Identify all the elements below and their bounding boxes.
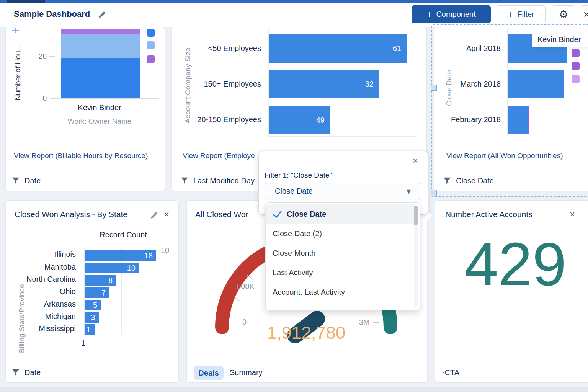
view-report-link[interactable]: View Report (Employe: [183, 152, 255, 160]
gear-icon: ⚙: [559, 8, 568, 21]
tooltip-text: Kevin Binder: [532, 33, 588, 44]
card-title: All Closed Wor: [195, 210, 248, 219]
footer-divider-vertical: [462, 364, 462, 382]
filter-field-select[interactable]: Close Date ▾: [265, 183, 420, 200]
card-title: Closed Won Analysis - By State: [15, 210, 127, 219]
add-filter-button[interactable]: + Filter: [497, 5, 546, 23]
top-progress-strip: [0, 0, 588, 3]
legend-swatch-lightblue[interactable]: [147, 41, 155, 49]
edit-card-pencil-icon[interactable]: [150, 211, 158, 219]
bar-value: 1: [85, 325, 92, 334]
x-axis-line: [50, 98, 159, 99]
x-max-tick: 10: [161, 246, 169, 255]
bar-value: 61: [383, 44, 401, 53]
dropdown-option-label: Close Date: [287, 210, 326, 219]
dropdown-option-label: Account: Last Activity: [273, 288, 345, 297]
gauge-value: 1,912,780: [245, 322, 368, 343]
tick-dash: [373, 322, 379, 323]
dropdown-option-label: Last Activity: [273, 268, 313, 277]
tick-dash: [49, 56, 55, 57]
hbar-march[interactable]: [508, 70, 564, 98]
bar-value: 3: [83, 313, 95, 322]
category-label: Arkansas: [15, 300, 76, 309]
category-label: Mississippi: [15, 324, 76, 333]
settings-button[interactable]: ⚙: [552, 5, 575, 23]
chart-tooltip: Kevin Binder: [532, 33, 588, 47]
filter-popover-label: Filter 1: "Close Date": [265, 171, 332, 180]
bar-value: 8: [101, 276, 113, 285]
card-footer-divider: [187, 362, 427, 362]
y-axis-title: Account Company Size: [184, 48, 192, 124]
remove-card-icon[interactable]: ×: [164, 211, 169, 218]
hbar-february[interactable]: [508, 106, 528, 134]
hbar-february-purple-sliver[interactable]: [528, 106, 529, 134]
edit-title-pencil-icon[interactable]: [98, 11, 106, 19]
filter-funnel-icon: [11, 177, 20, 185]
legend-swatch-lightpurple[interactable]: [572, 75, 580, 83]
card-filter-label[interactable]: Last Modified Day: [193, 176, 255, 185]
tab-summary[interactable]: Summary: [230, 368, 263, 377]
dropdown-option-label: Close Month: [273, 249, 315, 258]
legend-swatch-purple[interactable]: [147, 55, 155, 63]
category-label: Ohio: [15, 287, 76, 296]
y-axis-title: Number of Hou...: [14, 45, 22, 100]
close-popover-icon[interactable]: ×: [413, 157, 418, 165]
dropdown-option-close-date[interactable]: Close Date: [266, 204, 415, 224]
tab-deals[interactable]: Deals: [194, 366, 224, 380]
card-filter-label[interactable]: Date: [24, 176, 41, 185]
dropdown-scrollbar-thumb[interactable]: [414, 206, 418, 225]
card-footer-cta[interactable]: -CTA: [442, 368, 459, 377]
card-footer-divider: [6, 170, 165, 170]
chart-title: Record Count: [85, 230, 162, 239]
stacked-bar-segment-lightblue[interactable]: [61, 34, 140, 58]
dashboard-screen: Sample Dashboard + Component + Filter ⚙ …: [0, 0, 588, 392]
category-label: Illinois: [15, 250, 76, 259]
gauge-tick-mid: 600K: [237, 282, 255, 291]
filter-funnel-icon: [11, 369, 20, 376]
category-label: North Carolina: [15, 275, 76, 284]
resize-handle-left[interactable]: [431, 85, 437, 91]
card-footer-divider: [6, 362, 178, 362]
legend-swatch-purple[interactable]: [572, 62, 580, 70]
legend-swatch-blue[interactable]: [147, 29, 155, 37]
category-label: <50 Employees: [196, 44, 261, 53]
card-filter-label[interactable]: Close Date: [456, 176, 494, 185]
plus-icon: +: [508, 11, 513, 18]
add-component-button[interactable]: + Component: [412, 5, 491, 23]
dropdown-option-last-activity[interactable]: Last Activity: [266, 263, 415, 283]
category-label: Kevin Binder: [57, 103, 142, 112]
view-report-link[interactable]: View Report (All Won Opportunities): [446, 152, 563, 160]
bottom-strip: [0, 387, 588, 392]
dropdown-option-account-last-activity[interactable]: Account: Last Activity: [266, 283, 415, 302]
y-tick-0: 0: [38, 94, 47, 103]
close-dashboard-button[interactable]: ×: [581, 5, 588, 23]
view-report-link[interactable]: View Report (Billable Hours by Resource): [14, 152, 148, 160]
bar-value: 18: [140, 252, 153, 260]
tab-summary-label: Summary: [230, 368, 263, 377]
card-footer-divider: [435, 362, 588, 362]
top-progress-segment: [7, 0, 45, 3]
x-axis-line: [268, 136, 417, 137]
bar-value: 5: [86, 301, 97, 310]
remove-card-icon[interactable]: ×: [570, 211, 575, 218]
resize-handle-bottom-left[interactable]: [431, 190, 437, 196]
category-label: 20-150 Employees: [196, 115, 261, 124]
category-label: March 2018: [436, 80, 501, 88]
close-icon: ×: [583, 8, 588, 21]
stacked-bar-segment-blue[interactable]: [61, 58, 140, 98]
category-label: 150+ Employees: [196, 80, 261, 88]
dropdown-option-close-month[interactable]: Close Month: [266, 243, 415, 263]
category-label: Manitoba: [15, 263, 76, 271]
stacked-bar-segment-purple[interactable]: [61, 29, 140, 34]
filter-funnel-icon: [443, 177, 451, 185]
category-label: April 2018: [436, 44, 501, 53]
legend-swatch-purple[interactable]: [572, 49, 580, 57]
caret-down-icon: ▾: [407, 186, 411, 196]
y-tick-20: 20: [35, 52, 47, 60]
bar-value: 32: [355, 80, 374, 88]
dropdown-option-close-date-2[interactable]: Close Date (2): [266, 224, 415, 243]
card-filter-label[interactable]: Date: [24, 368, 41, 377]
tab-deals-label: Deals: [198, 369, 219, 377]
axis-clipped-tick: [15, 28, 16, 33]
x-min-tick: 1: [81, 339, 85, 348]
